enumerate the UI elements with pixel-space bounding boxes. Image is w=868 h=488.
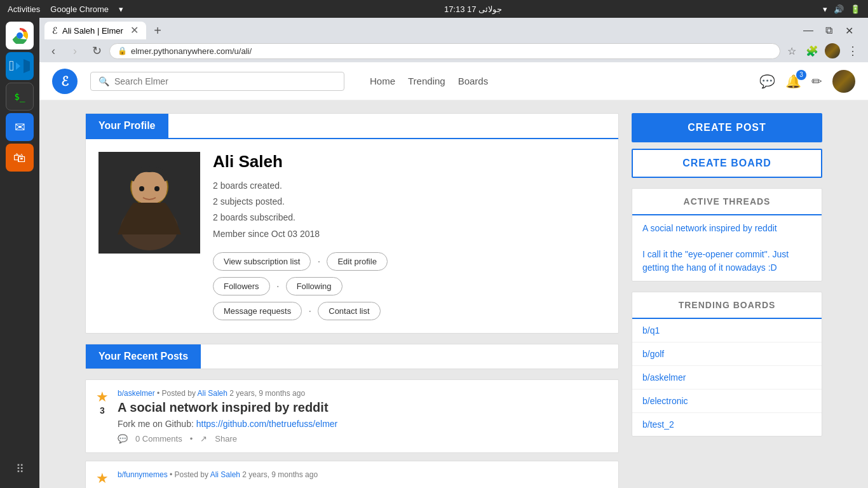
create-board-button[interactable]: CREATE BOARD bbox=[632, 149, 822, 178]
trending-boards-title: TRENDING BOARDS bbox=[632, 292, 822, 319]
action-row-3: Message requests · Contact list bbox=[213, 302, 381, 320]
window-controls: — ⧉ ✕ bbox=[799, 22, 863, 39]
taskbar-grid-icon[interactable]: ⠿ bbox=[6, 455, 34, 483]
chrome-label[interactable]: Google Chrome bbox=[50, 4, 109, 14]
edit-icon[interactable]: ✏ bbox=[811, 74, 822, 89]
nav-trending[interactable]: Trending bbox=[408, 76, 445, 86]
share-icon: ↗ bbox=[200, 434, 207, 444]
activities-label[interactable]: Activities bbox=[8, 4, 40, 14]
taskbar-chrome-icon[interactable] bbox=[6, 22, 34, 50]
main-column: Your Profile bbox=[85, 113, 619, 488]
post-author-link-2[interactable]: Ali Saleh bbox=[210, 470, 240, 479]
trending-board-2[interactable]: b/askelmer bbox=[632, 366, 822, 390]
post-inner: ★ 3 b/askelmer • Posted by Ali Saleh 2 y… bbox=[96, 389, 608, 444]
recent-posts-card: Your Recent Posts bbox=[85, 344, 619, 369]
post-time-2: 2 years, 9 months ago bbox=[242, 470, 318, 479]
active-thread-1[interactable]: I call it the "eye-opener commit". Just … bbox=[632, 241, 822, 281]
post-meta: b/askelmer • Posted by Ali Saleh 2 years… bbox=[118, 389, 608, 398]
profile-card-body: Ali Saleh 2 boards created. 2 subjects p… bbox=[86, 138, 618, 333]
nav-home[interactable]: Home bbox=[370, 76, 395, 86]
post-inner-2: ★ b/funnymemes • Posted by Ali Saleh 2 y… bbox=[96, 470, 608, 487]
post-item: ★ 3 b/askelmer • Posted by Ali Saleh 2 y… bbox=[85, 379, 619, 453]
notification-icon[interactable]: 🔔 3 bbox=[785, 74, 801, 89]
taskbar-appstore-icon[interactable]: 🛍 bbox=[6, 144, 34, 172]
profile-avatar bbox=[98, 152, 200, 254]
comment-count[interactable]: 0 Comments bbox=[135, 434, 182, 444]
following-button[interactable]: Following bbox=[286, 277, 342, 295]
post-item-2: ★ b/funnymemes • Posted by Ali Saleh 2 y… bbox=[85, 461, 619, 488]
minimize-button[interactable]: — bbox=[799, 22, 817, 39]
message-icon[interactable]: 💬 bbox=[759, 74, 775, 89]
star-icon: ★ bbox=[96, 389, 109, 405]
post-votes: ★ 3 bbox=[96, 389, 109, 416]
edit-profile-button[interactable]: Edit profile bbox=[327, 252, 387, 271]
forward-button[interactable]: › bbox=[66, 42, 84, 60]
post-content-2: b/funnymemes • Posted by Ali Saleh 2 yea… bbox=[118, 470, 608, 482]
search-icon: 🔍 bbox=[98, 76, 109, 86]
trending-board-0[interactable]: b/q1 bbox=[632, 319, 822, 342]
right-sidebar: CREATE POST CREATE BOARD ACTIVE THREADS … bbox=[632, 113, 822, 488]
restore-button[interactable]: ⧉ bbox=[820, 22, 837, 39]
browser-tab[interactable]: ℰ Ali Saleh | Elmer ✕ bbox=[44, 22, 146, 39]
tab-close-button[interactable]: ✕ bbox=[130, 25, 139, 36]
share-label[interactable]: Share bbox=[215, 434, 237, 444]
trending-board-3[interactable]: b/electronic bbox=[632, 390, 822, 413]
main-layout: Your Profile bbox=[72, 100, 835, 488]
address-bar: ‹ › ↻ 🔒 elmer.pythonanywhere.com/u/ali/ … bbox=[39, 39, 868, 62]
view-subscription-button[interactable]: View subscription list bbox=[213, 252, 311, 271]
user-avatar[interactable] bbox=[832, 70, 855, 93]
star-icon-2: ★ bbox=[96, 470, 109, 487]
app-logo[interactable]: ℰ bbox=[52, 69, 78, 94]
active-thread-0[interactable]: A social network inspired by reddit bbox=[632, 215, 822, 241]
action-row-1: View subscription list · Edit profile bbox=[213, 252, 388, 271]
post-title[interactable]: A social network inspired by reddit bbox=[118, 400, 608, 415]
post-author-link[interactable]: Ali Saleh bbox=[198, 389, 227, 398]
new-tab-button[interactable]: + bbox=[149, 22, 166, 39]
post-link[interactable]: https://github.com/thetruefuss/elmer bbox=[196, 419, 338, 429]
close-button[interactable]: ✕ bbox=[840, 22, 858, 39]
os-system-tray: ▾ 🔊 🔋 bbox=[823, 4, 860, 14]
trending-board-1[interactable]: b/golf bbox=[632, 342, 822, 366]
tab-bar: ℰ Ali Saleh | Elmer ✕ + — ⧉ ✕ bbox=[39, 18, 868, 39]
search-input[interactable] bbox=[114, 76, 336, 86]
lock-icon: 🔒 bbox=[118, 46, 127, 55]
comment-icon: 💬 bbox=[118, 434, 128, 444]
refresh-button[interactable]: ↻ bbox=[88, 42, 105, 60]
url-bar[interactable]: 🔒 elmer.pythonanywhere.com/u/ali/ bbox=[109, 43, 780, 59]
bookmark-icon[interactable]: ☆ bbox=[784, 43, 799, 58]
post-footer: 💬 0 Comments • ↗ Share bbox=[118, 434, 608, 444]
post-votes-2: ★ bbox=[96, 470, 109, 487]
post-content: b/askelmer • Posted by Ali Saleh 2 years… bbox=[118, 389, 608, 444]
post-board-link-2[interactable]: b/funnymemes bbox=[118, 470, 168, 479]
back-button[interactable]: ‹ bbox=[44, 42, 62, 60]
post-body: Fork me on Github: https://github.com/th… bbox=[118, 419, 608, 429]
search-bar[interactable]: 🔍 bbox=[90, 72, 344, 91]
browser-menu-icon[interactable]: ⋮ bbox=[845, 43, 860, 58]
create-post-button[interactable]: CREATE POST bbox=[632, 113, 822, 142]
message-requests-button[interactable]: Message requests bbox=[213, 302, 302, 320]
os-topbar: Activities Google Chrome ▾ 17:13 17 جولا… bbox=[0, 0, 868, 18]
taskbar-terminal-icon[interactable]: $_ bbox=[6, 83, 34, 111]
footer-separator: • bbox=[190, 434, 193, 444]
svg-point-7 bbox=[154, 186, 159, 191]
contact-list-button[interactable]: Contact list bbox=[318, 302, 380, 320]
post-meta-2: b/funnymemes • Posted by Ali Saleh 2 yea… bbox=[118, 470, 608, 479]
taskbar:  $_ ✉ 🛍 ⠿ bbox=[0, 18, 39, 488]
tab-title: Ali Saleh | Elmer bbox=[62, 26, 125, 36]
post-board-link[interactable]: b/askelmer bbox=[118, 389, 155, 398]
action-buttons: View subscription list · Edit profile Fo… bbox=[213, 252, 606, 320]
tab-favicon: ℰ bbox=[52, 25, 57, 36]
dropdown-icon: ▾ bbox=[119, 4, 123, 14]
taskbar-mail-icon[interactable]: ✉ bbox=[6, 113, 34, 141]
extensions-icon[interactable]: 🧩 bbox=[804, 43, 820, 58]
taskbar-vscode-icon[interactable]:  bbox=[6, 52, 34, 80]
app-navbar: ℰ 🔍 Home Trending Boards 💬 🔔 3 bbox=[39, 62, 868, 100]
url-text: elmer.pythonanywhere.com/u/ali/ bbox=[131, 46, 772, 56]
trending-board-4[interactable]: b/test_2 bbox=[632, 413, 822, 436]
browser-chrome: ℰ Ali Saleh | Elmer ✕ + — ⧉ ✕ ‹ › ↻ 🔒 bbox=[39, 18, 868, 62]
nav-boards[interactable]: Boards bbox=[458, 76, 489, 86]
separator-3: · bbox=[308, 304, 311, 318]
followers-button[interactable]: Followers bbox=[213, 277, 270, 295]
browser-user-avatar[interactable] bbox=[825, 43, 840, 58]
action-row-2: Followers · Following bbox=[213, 277, 342, 295]
